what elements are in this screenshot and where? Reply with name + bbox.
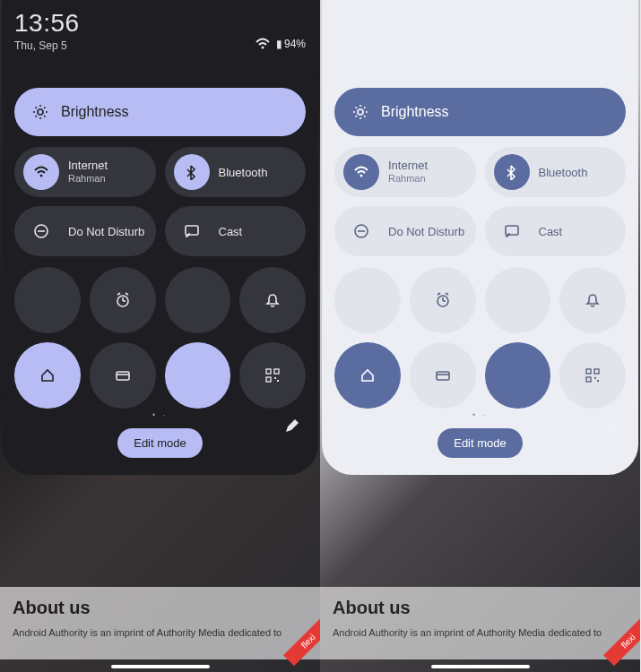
qr-icon bbox=[264, 367, 281, 383]
card-icon bbox=[435, 367, 451, 383]
round-tiles bbox=[334, 267, 626, 409]
home-icon bbox=[39, 367, 56, 383]
edit-mode-button[interactable]: Edit mode bbox=[437, 428, 523, 458]
alarm-icon bbox=[115, 292, 131, 308]
tile-internet-subtitle: Rahman bbox=[68, 173, 108, 185]
tile-dnd[interactable]: Do Not Disturb bbox=[14, 206, 156, 256]
wifi-icon bbox=[353, 164, 369, 180]
bluetooth-icon bbox=[184, 164, 200, 180]
brightness-icon bbox=[352, 104, 368, 120]
tile-cast[interactable]: Cast bbox=[165, 206, 307, 256]
round-tile-ring[interactable] bbox=[239, 267, 306, 333]
tile-dnd[interactable]: Do Not Disturb bbox=[334, 206, 476, 256]
round-tile-qr[interactable] bbox=[239, 342, 306, 409]
round-tiles bbox=[14, 267, 306, 409]
bluetooth-icon bbox=[504, 164, 520, 180]
tile-cast-title: Cast bbox=[539, 225, 563, 238]
round-tile-wallet[interactable] bbox=[410, 342, 476, 409]
round-tile-blank1[interactable] bbox=[14, 267, 81, 333]
clock-block: 13:56 Thu, Sep 5 bbox=[14, 9, 80, 52]
status-bar: 13:56 Thu, Sep 5 94% bbox=[14, 9, 306, 56]
quick-settings-panel: 13:56 Thu, Sep 5 Brightness Internet Rah… bbox=[322, 0, 638, 475]
round-tile-blank3[interactable] bbox=[485, 342, 551, 409]
round-tile-blank3[interactable] bbox=[165, 342, 231, 409]
wifi-icon bbox=[33, 164, 49, 180]
bell-icon bbox=[264, 292, 281, 308]
status-bar: 13:56 Thu, Sep 5 bbox=[334, 9, 626, 56]
alarm-icon bbox=[435, 292, 451, 308]
tile-internet[interactable]: Internet Rahman bbox=[334, 147, 476, 197]
tile-internet-subtitle: Rahman bbox=[388, 173, 428, 185]
quick-settings-panel: 13:56 Thu, Sep 5 94% Brightness Internet… bbox=[2, 0, 318, 475]
bell-icon bbox=[585, 292, 601, 308]
tile-grid: Internet Rahman Bluetooth Do Not Disturb… bbox=[14, 147, 306, 256]
tile-cast-title: Cast bbox=[219, 225, 243, 238]
cast-icon bbox=[184, 223, 200, 239]
clock-text: 13:56 bbox=[334, 9, 400, 38]
round-tile-blank2[interactable] bbox=[165, 267, 231, 333]
about-heading: About us bbox=[13, 598, 308, 618]
pencil-icon[interactable] bbox=[284, 418, 300, 436]
tile-cast[interactable]: Cast bbox=[485, 206, 627, 256]
tile-bluetooth-title: Bluetooth bbox=[539, 166, 588, 179]
date-text: Thu, Sep 5 bbox=[334, 39, 400, 52]
tile-internet[interactable]: Internet Rahman bbox=[14, 147, 156, 197]
qr-icon bbox=[585, 367, 601, 383]
about-text: Android Authority is an imprint of Autho… bbox=[13, 627, 308, 638]
round-tile-qr[interactable] bbox=[559, 342, 626, 409]
phone-dark: 13:56 Thu, Sep 5 94% Brightness Internet… bbox=[0, 0, 320, 672]
card-icon bbox=[115, 367, 131, 383]
clock-text: 13:56 bbox=[14, 9, 80, 38]
about-card: About us Android Authority is an imprint… bbox=[0, 587, 320, 659]
cast-icon bbox=[504, 223, 520, 239]
home-indicator[interactable] bbox=[111, 665, 210, 668]
page-dots: • · bbox=[334, 410, 626, 419]
brightness-label: Brightness bbox=[381, 104, 449, 120]
panel-footer: • · Edit mode bbox=[334, 423, 626, 464]
tile-bluetooth[interactable]: Bluetooth bbox=[485, 147, 627, 197]
dnd-icon bbox=[33, 223, 49, 239]
page-dots: • · bbox=[14, 410, 306, 419]
edit-mode-button[interactable]: Edit mode bbox=[117, 428, 203, 458]
round-tile-ring[interactable] bbox=[559, 267, 626, 333]
tile-internet-title: Internet bbox=[388, 159, 428, 173]
brightness-label: Brightness bbox=[61, 104, 129, 120]
clock-block: 13:56 Thu, Sep 5 bbox=[334, 9, 400, 52]
brightness-icon bbox=[32, 104, 48, 120]
round-tile-home[interactable] bbox=[14, 342, 81, 409]
brightness-slider[interactable]: Brightness bbox=[334, 88, 626, 136]
home-icon bbox=[359, 367, 376, 383]
panel-footer: • · Edit mode bbox=[14, 423, 306, 464]
round-tile-blank2[interactable] bbox=[485, 267, 551, 333]
brightness-slider[interactable]: Brightness bbox=[14, 88, 306, 136]
tile-internet-title: Internet bbox=[68, 159, 108, 173]
about-text: Android Authority is an imprint of Autho… bbox=[333, 627, 628, 638]
round-tile-home[interactable] bbox=[334, 342, 401, 409]
status-icons: 94% bbox=[255, 36, 306, 52]
tile-dnd-title: Do Not Disturb bbox=[388, 225, 464, 238]
home-indicator[interactable] bbox=[431, 665, 530, 668]
dnd-icon bbox=[353, 223, 369, 239]
tile-grid: Internet Rahman Bluetooth Do Not Disturb… bbox=[334, 147, 626, 256]
pencil-icon[interactable] bbox=[604, 418, 620, 436]
about-card: About us Android Authority is an imprint… bbox=[320, 587, 640, 659]
round-tile-alarm[interactable] bbox=[90, 267, 156, 333]
about-heading: About us bbox=[333, 598, 628, 618]
tile-dnd-title: Do Not Disturb bbox=[68, 225, 144, 238]
wifi-status-icon bbox=[255, 36, 271, 52]
round-tile-wallet[interactable] bbox=[90, 342, 156, 409]
date-text: Thu, Sep 5 bbox=[14, 39, 80, 52]
round-tile-alarm[interactable] bbox=[410, 267, 476, 333]
tile-bluetooth-title: Bluetooth bbox=[219, 166, 268, 179]
phone-light: 13:56 Thu, Sep 5 Brightness Internet Rah… bbox=[320, 0, 640, 672]
tile-bluetooth[interactable]: Bluetooth bbox=[165, 147, 307, 197]
round-tile-blank1[interactable] bbox=[334, 267, 401, 333]
battery-status: 94% bbox=[276, 38, 306, 50]
